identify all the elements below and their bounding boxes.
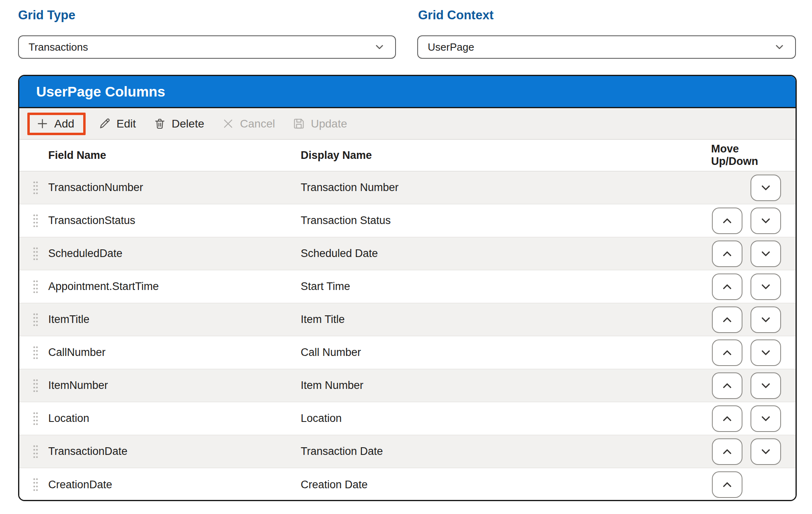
grid-context-dropdown[interactable]: UserPage — [417, 35, 796, 59]
save-icon — [293, 117, 305, 130]
chevron-down-icon — [759, 412, 773, 426]
field-name-cell: TransactionStatus — [48, 214, 301, 227]
chevron-up-icon — [720, 313, 734, 327]
chevron-up-icon — [720, 280, 734, 294]
drag-handle-icon[interactable] — [32, 214, 39, 228]
drag-handle-icon[interactable] — [32, 313, 39, 327]
chevron-down-icon — [759, 313, 773, 327]
field-name-cell: CallNumber — [48, 346, 301, 359]
display-name-cell: Transaction Number — [301, 181, 711, 194]
drag-handle-icon[interactable] — [32, 346, 39, 360]
display-name-cell: Item Number — [301, 379, 711, 392]
drag-handle-icon[interactable] — [32, 379, 39, 393]
move-up-button[interactable] — [712, 241, 742, 267]
display-name-header: Display Name — [301, 149, 711, 162]
field-name-cell: Location — [48, 412, 301, 425]
move-down-button[interactable] — [750, 273, 781, 300]
move-up-button[interactable] — [712, 208, 742, 234]
move-up-button[interactable] — [712, 471, 742, 498]
chevron-down-icon — [773, 41, 785, 53]
drag-handle-icon[interactable] — [32, 247, 39, 261]
field-name-cell: ItemNumber — [48, 379, 301, 392]
field-name-cell: TransactionNumber — [48, 181, 301, 194]
table-row[interactable]: Appointment.StartTime Start Time — [19, 270, 796, 303]
table-row[interactable]: TransactionNumber Transaction Number — [19, 171, 796, 204]
display-name-cell: Transaction Date — [301, 445, 711, 458]
trash-icon — [154, 117, 166, 130]
display-name-cell: Item Title — [301, 313, 711, 326]
table-row[interactable]: CreationDate Creation Date — [19, 468, 796, 501]
display-name-cell: Scheduled Date — [301, 247, 711, 260]
grid-context-value: UserPage — [428, 41, 474, 53]
display-name-cell: Start Time — [301, 280, 711, 293]
chevron-down-icon — [759, 445, 773, 458]
drag-handle-icon[interactable] — [32, 478, 39, 491]
cancel-button: Cancel — [213, 113, 284, 135]
move-up-button[interactable] — [712, 405, 742, 432]
move-up-button[interactable] — [712, 372, 742, 399]
display-name-cell: Call Number — [301, 346, 711, 359]
drag-handle-icon[interactable] — [32, 412, 39, 426]
userpage-columns-panel: UserPage Columns Add Edit Delete Cancel — [18, 75, 797, 501]
table-body: TransactionNumber Transaction Number Tra… — [19, 171, 796, 501]
pencil-icon — [98, 117, 111, 130]
move-down-button[interactable] — [750, 405, 781, 432]
chevron-down-icon — [759, 280, 773, 294]
table-row[interactable]: TransactionDate Transaction Date — [19, 435, 796, 468]
chevron-up-icon — [720, 214, 734, 228]
display-name-cell: Transaction Status — [301, 214, 711, 227]
move-up-button[interactable] — [712, 438, 742, 465]
add-button[interactable]: Add — [27, 113, 86, 135]
chevron-up-icon — [720, 412, 734, 426]
field-name-cell: CreationDate — [48, 479, 301, 491]
plus-icon — [36, 117, 49, 130]
panel-title: UserPage Columns — [36, 84, 165, 100]
delete-button[interactable]: Delete — [145, 113, 213, 135]
table-row[interactable]: TransactionStatus Transaction Status — [19, 204, 796, 237]
move-down-button[interactable] — [750, 241, 781, 267]
table-row[interactable]: Location Location — [19, 402, 796, 435]
table-row[interactable]: ItemTitle Item Title — [19, 303, 796, 336]
drag-handle-icon[interactable] — [32, 181, 39, 195]
move-down-button[interactable] — [750, 175, 781, 201]
move-down-button[interactable] — [750, 372, 781, 399]
chevron-down-icon — [759, 247, 773, 261]
chevron-up-icon — [720, 247, 734, 261]
toolbar: Add Edit Delete Cancel Update — [19, 108, 796, 140]
table-row[interactable]: ItemNumber Item Number — [19, 369, 796, 402]
table-row[interactable]: CallNumber Call Number — [19, 336, 796, 369]
chevron-down-icon — [759, 346, 773, 360]
move-down-button[interactable] — [750, 208, 781, 234]
chevron-down-icon — [373, 41, 385, 53]
display-name-cell: Creation Date — [301, 479, 711, 491]
grid-type-label: Grid Type — [18, 8, 75, 23]
move-up-button[interactable] — [712, 273, 742, 300]
chevron-down-icon — [759, 181, 773, 195]
chevron-up-icon — [720, 379, 734, 393]
edit-button-label: Edit — [117, 117, 136, 130]
move-up-button[interactable] — [712, 306, 742, 333]
update-button-label: Update — [311, 117, 347, 130]
chevron-up-icon — [720, 445, 734, 458]
move-down-button[interactable] — [750, 339, 781, 366]
add-button-label: Add — [54, 117, 74, 130]
move-up-button[interactable] — [712, 339, 742, 366]
chevron-down-icon — [759, 214, 773, 228]
update-button: Update — [284, 113, 356, 135]
field-name-header: Field Name — [48, 149, 301, 162]
move-down-button[interactable] — [750, 306, 781, 333]
drag-handle-icon[interactable] — [32, 280, 39, 294]
display-name-cell: Location — [301, 412, 711, 425]
drag-handle-icon[interactable] — [32, 445, 39, 458]
panel-header: UserPage Columns — [19, 76, 796, 108]
field-name-cell: ScheduledDate — [48, 247, 301, 260]
chevron-up-icon — [720, 346, 734, 360]
table-row[interactable]: ScheduledDate Scheduled Date — [19, 237, 796, 270]
edit-button[interactable]: Edit — [90, 113, 145, 135]
cancel-button-label: Cancel — [240, 117, 275, 130]
delete-button-label: Delete — [172, 117, 204, 130]
grid-type-value: Transactions — [29, 41, 88, 53]
move-updown-header: Move Up/Down — [711, 143, 796, 168]
grid-type-dropdown[interactable]: Transactions — [18, 35, 396, 59]
move-down-button[interactable] — [750, 438, 781, 465]
